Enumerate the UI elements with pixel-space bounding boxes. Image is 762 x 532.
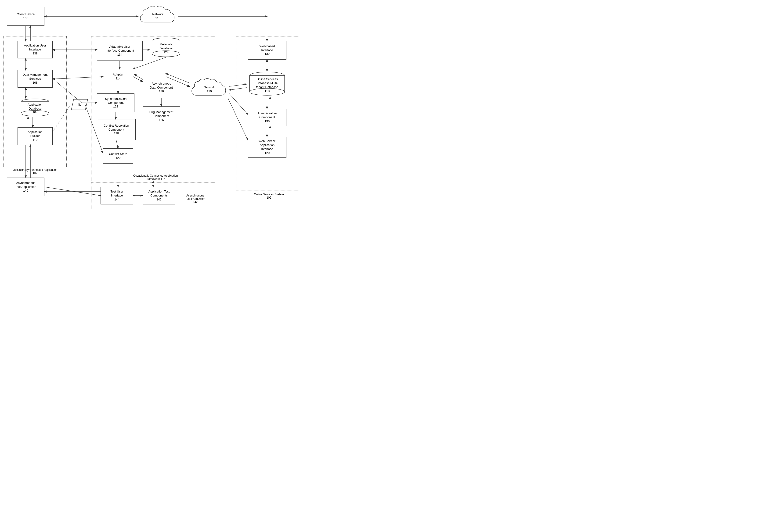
async-test-framework-label: AsynchronousTest Framework142 [175, 194, 215, 204]
adapter-label: Adapter114 [113, 73, 123, 81]
adapter-box: Adapter114 [103, 69, 133, 84]
occ-framework-label: Occasionally Connected ApplicationFramew… [124, 174, 187, 181]
async-test-app-label: AsynchronousTest Application140 [15, 181, 36, 193]
app-database-cylinder: ApplicationDatabase104 [19, 98, 51, 117]
test-ui-box: Test UserInterface144 [101, 187, 133, 204]
file-shape: file [70, 98, 89, 111]
file-label: file [78, 103, 82, 106]
app-builder-label: ApplicationBuilder112 [28, 130, 42, 142]
sync-component-label: SynchronizationComponent128 [105, 97, 127, 109]
network-mid-cloud: Network110 [190, 77, 229, 101]
network-top-cloud: Network110 [138, 5, 178, 28]
async-data-label: AsynchronousData Component130 [150, 82, 173, 94]
network-top-label: Network110 [152, 12, 163, 20]
web-based-interface-label: Web basedInterface132 [260, 44, 275, 56]
admin-component-label: AdministrativeComponent136 [258, 111, 277, 123]
metadata-db-label: MetadataDatabase124 [159, 42, 174, 54]
client-device-label: Client Device100 [17, 12, 35, 20]
web-service-app-box: Web ServiceApplicationInterface120 [248, 137, 286, 158]
adaptable-ui-box: Adaptable UserInterface Component134 [97, 41, 143, 61]
app-user-interface-box: Application UserInterface138 [18, 41, 53, 58]
conflict-resolution-box: Conflict ResolutionComponent120 [97, 119, 136, 140]
async-data-box: AsynchronousData Component130 [143, 77, 180, 98]
test-ui-label: Test UserInterface144 [111, 190, 123, 202]
data-mgmt-label: Data ManagementServices108 [23, 73, 48, 85]
client-device-box: Client Device100 [7, 7, 44, 26]
web-service-app-label: Web ServiceApplicationInterface120 [259, 139, 276, 155]
sync-component-box: SynchronizationComponent128 [97, 94, 134, 112]
network-mid-label: Network110 [204, 86, 215, 94]
architecture-diagram: Client Device100 Network110 Occasionally… [0, 0, 304, 213]
conflict-store-box: Conflict Store122 [103, 148, 133, 164]
data-mgmt-box: Data ManagementServices108 [18, 70, 53, 88]
occ-connected-app-label: Occasionally Connected Application102 [5, 168, 65, 175]
metadata-db-cylinder: MetadataDatabase124 [150, 37, 183, 57]
app-test-components-box: Application TestComponents146 [143, 187, 175, 204]
admin-component-box: AdministrativeComponent136 [248, 109, 286, 126]
bug-mgmt-box: Bug ManagementComponent126 [143, 106, 180, 126]
adaptable-ui-label: Adaptable UserInterface Component134 [106, 45, 134, 57]
online-services-db-cylinder: Online ServicesDatabase/Multi-tenant Dat… [247, 71, 288, 97]
web-based-interface-box: Web basedInterface132 [248, 41, 286, 60]
app-user-interface-label: Application UserInterface138 [24, 44, 46, 56]
app-test-components-label: Application TestComponents146 [148, 190, 170, 202]
online-services-system-label: Online Services System106 [239, 193, 299, 199]
app-database-label: ApplicationDatabase104 [27, 103, 43, 115]
conflict-store-label: Conflict Store122 [109, 152, 127, 160]
conflict-resolution-label: Conflict ResolutionComponent120 [104, 124, 129, 136]
bug-mgmt-label: Bug ManagementComponent126 [149, 110, 174, 122]
async-test-app-box: AsynchronousTest Application140 [7, 177, 44, 196]
app-builder-box: ApplicationBuilder112 [18, 127, 53, 145]
online-services-db-label: Online ServicesDatabase/Multi-tenant Dat… [255, 77, 279, 93]
